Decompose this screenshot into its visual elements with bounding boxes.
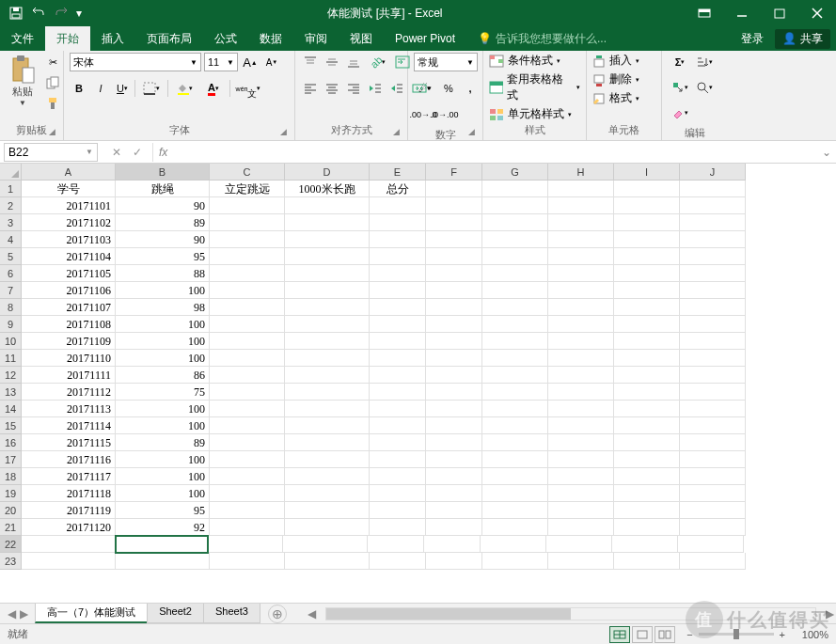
cell[interactable]: 100 — [116, 468, 210, 485]
table-format-button[interactable]: 套用表格格式▾ — [489, 71, 580, 103]
cell[interactable] — [614, 265, 680, 282]
decrease-decimal-button[interactable]: .0→.00 — [435, 105, 454, 124]
cell[interactable] — [370, 299, 426, 316]
cell[interactable]: 100 — [116, 485, 210, 502]
cell[interactable] — [370, 333, 426, 350]
cell[interactable] — [481, 536, 546, 553]
cancel-formula-button[interactable]: ✕ — [107, 143, 126, 162]
column-header[interactable]: J — [680, 164, 746, 181]
cell[interactable]: 100 — [116, 282, 210, 299]
cell[interactable] — [614, 553, 680, 570]
cell[interactable] — [680, 451, 746, 468]
save-icon[interactable] — [6, 3, 26, 24]
cell[interactable]: 98 — [116, 299, 210, 316]
cell[interactable]: 20171115 — [22, 434, 116, 451]
font-name-combo[interactable]: 宋体▼ — [70, 53, 201, 71]
cell[interactable] — [368, 536, 424, 553]
column-header[interactable]: E — [370, 164, 426, 181]
cell[interactable] — [612, 536, 678, 553]
cell[interactable] — [482, 485, 548, 502]
name-box[interactable]: B22▼ — [4, 143, 98, 162]
percent-button[interactable]: % — [439, 79, 458, 98]
cell[interactable] — [370, 197, 426, 214]
row-header[interactable]: 1 — [0, 181, 22, 197]
cell[interactable] — [614, 316, 680, 333]
fx-icon[interactable]: fx — [153, 146, 173, 159]
cell[interactable] — [426, 367, 482, 384]
cell[interactable] — [548, 367, 614, 384]
cell[interactable]: 20171119 — [22, 502, 116, 519]
cell[interactable] — [210, 519, 285, 536]
cell[interactable]: 89 — [116, 214, 210, 231]
cell[interactable] — [426, 434, 482, 451]
cell[interactable] — [370, 350, 426, 367]
cell[interactable] — [546, 536, 612, 553]
cell[interactable] — [426, 401, 482, 417]
increase-decimal-button[interactable]: .00→.0 — [414, 105, 433, 124]
cell[interactable] — [680, 181, 746, 197]
cell[interactable] — [285, 350, 370, 367]
cell[interactable] — [370, 417, 426, 434]
cell[interactable] — [210, 401, 285, 417]
cell[interactable] — [614, 299, 680, 316]
cell[interactable] — [210, 197, 285, 214]
maximize-icon[interactable] — [761, 0, 798, 26]
sheet-tab[interactable]: 高一（7）体能测试 — [35, 604, 148, 623]
cell[interactable] — [614, 350, 680, 367]
cell[interactable] — [548, 502, 614, 519]
zoom-out-button[interactable]: − — [686, 629, 692, 640]
cell[interactable] — [426, 231, 482, 248]
cell[interactable] — [426, 451, 482, 468]
cell[interactable] — [548, 485, 614, 502]
cell[interactable]: 90 — [116, 197, 210, 214]
cell[interactable]: 100 — [116, 350, 210, 367]
cell[interactable] — [285, 299, 370, 316]
cell[interactable]: 20171120 — [22, 519, 116, 536]
cell[interactable] — [614, 401, 680, 417]
cell[interactable] — [22, 536, 116, 553]
cell[interactable]: 20171103 — [22, 231, 116, 248]
cell-styles-button[interactable]: 单元格样式▾ — [489, 106, 572, 122]
tab-nav-prev-icon[interactable]: ◀ — [8, 607, 16, 620]
row-header[interactable]: 6 — [0, 265, 22, 282]
row-header[interactable]: 16 — [0, 434, 22, 451]
cell[interactable] — [614, 231, 680, 248]
cell[interactable] — [370, 231, 426, 248]
cell[interactable] — [426, 214, 482, 231]
cell[interactable] — [370, 434, 426, 451]
cell[interactable] — [426, 553, 482, 570]
cell[interactable] — [285, 434, 370, 451]
cell[interactable] — [285, 502, 370, 519]
sheet-tab[interactable]: Sheet2 — [147, 604, 204, 623]
cell[interactable] — [210, 231, 285, 248]
sheet-tab[interactable]: Sheet3 — [203, 604, 260, 623]
scroll-left-icon[interactable]: ◀ — [306, 607, 318, 620]
cell[interactable] — [614, 519, 680, 536]
cell[interactable] — [426, 265, 482, 282]
cell[interactable]: 20171111 — [22, 367, 116, 384]
cell[interactable]: 20171102 — [22, 214, 116, 231]
cell[interactable] — [370, 214, 426, 231]
cell[interactable] — [680, 299, 746, 316]
row-header[interactable]: 15 — [0, 417, 22, 434]
cell[interactable] — [426, 316, 482, 333]
cell[interactable] — [680, 519, 746, 536]
cell[interactable]: 20171108 — [22, 316, 116, 333]
comma-button[interactable]: , — [461, 79, 480, 98]
cell[interactable]: 20171104 — [22, 248, 116, 265]
horizontal-scrollbar[interactable] — [325, 607, 816, 620]
cell[interactable] — [210, 434, 285, 451]
cell[interactable]: 20171105 — [22, 265, 116, 282]
cell[interactable] — [285, 316, 370, 333]
cell[interactable] — [482, 434, 548, 451]
cell[interactable] — [482, 367, 548, 384]
cell[interactable]: 100 — [116, 333, 210, 350]
cell[interactable] — [426, 350, 482, 367]
number-format-combo[interactable]: 常规▼ — [414, 53, 478, 71]
cell[interactable] — [210, 485, 285, 502]
cell[interactable] — [482, 181, 548, 197]
cell[interactable]: 20171109 — [22, 333, 116, 350]
select-all-corner[interactable] — [0, 164, 22, 181]
cell[interactable] — [370, 451, 426, 468]
cell[interactable] — [285, 553, 370, 570]
